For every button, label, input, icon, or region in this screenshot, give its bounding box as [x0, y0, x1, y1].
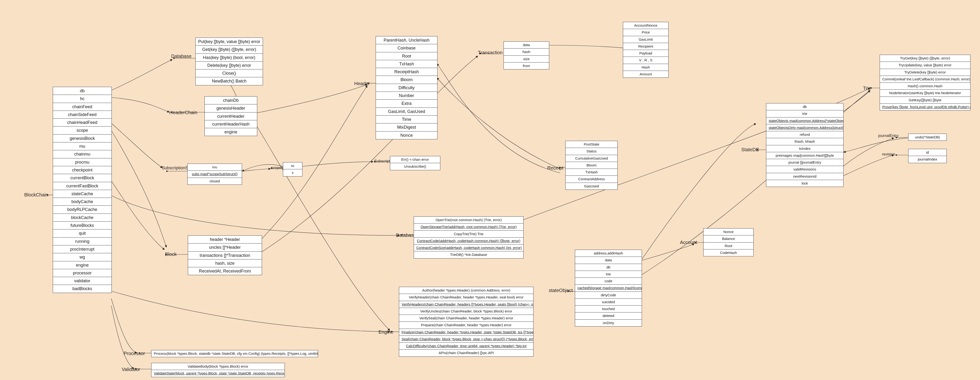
receipt-field: TxHash	[566, 169, 617, 176]
box-database-ethdb: Put(key []byte, value []byte) error Get(…	[196, 38, 263, 85]
transaction-field: size	[504, 56, 549, 62]
box-subscription: Err() <-chan error Unsubscribe()	[390, 156, 440, 170]
statedb-field: preimages map[common.Hash][]byte	[766, 152, 843, 159]
block-field: transactions []*Transaction	[188, 251, 262, 259]
blockchain-field: checkpoint	[53, 166, 111, 174]
header-field: MixDigest	[376, 123, 437, 131]
db2-method: TrieDB() *trie.Database	[414, 251, 523, 258]
trie-method: Prove(key []byte, fromLevel uint, proofD…	[880, 104, 970, 110]
block-field: ReceivedAt, ReceivedFrom	[188, 267, 262, 275]
trie-method: TryUpdate(key, value []byte) error	[880, 62, 970, 69]
database-method: NewBatch() Batch	[196, 77, 263, 85]
box-database-state: OpenTrie(root common.Hash) (Trie, error)…	[414, 216, 523, 259]
engine-method: VerifyUncles(chain ChainReader, block *t…	[399, 308, 533, 315]
label-validator: Validator	[122, 367, 140, 372]
statedb-field: trie	[766, 110, 843, 117]
box-txdata: AccountNonce Price GasLimit Recipient Pa…	[623, 22, 668, 78]
blockchain-field: stateCache	[53, 190, 111, 198]
statedb-field: thash, bhash	[766, 138, 843, 145]
statedb-field: lock	[766, 180, 843, 187]
database-method: Get(key []byte) ([]byte, error)	[196, 46, 263, 54]
database-method: Close()	[196, 70, 263, 77]
header-field: Difficulty	[376, 84, 437, 92]
db2-method: ContractCodeSize(addrHash, codeHash comm…	[414, 245, 523, 251]
statedb-field: nextRevisionId	[766, 173, 843, 180]
label-block: Block	[165, 251, 177, 257]
stateobject-field: touched	[575, 305, 642, 312]
header-field: ReceiptHash	[376, 68, 437, 76]
headerchain-field: currentHeader	[205, 113, 257, 120]
engine-method: Finalize(chain ChainReader, header *type…	[399, 329, 533, 336]
statedb-field: db	[766, 103, 843, 110]
statedb-field: stateObjects map[common.Address]*stateOb…	[766, 118, 843, 124]
blockchain-field: scope	[53, 127, 111, 134]
blockchain-field: chainHeadFeed	[53, 119, 111, 127]
stateobject-field: db	[575, 264, 642, 271]
box-header: ParentHash, UncleHash Coinbase Root TxHa…	[375, 36, 438, 139]
receipt-field: PostState	[566, 141, 617, 148]
blockchain-field: procInterrupt	[53, 245, 111, 253]
label-journalentry: journalEntry	[878, 134, 900, 138]
engine-method: VerifySeal(chain ChainReader, header *ty…	[399, 315, 533, 322]
box-blockchain: db hc chainFeed chainSideFeed chainHeadF…	[53, 87, 112, 293]
transaction-field: hash	[504, 49, 549, 56]
blockchain-field: futureBlocks	[53, 222, 111, 229]
blockchain-field: processor	[53, 269, 111, 277]
transaction-field: data	[504, 41, 549, 49]
receipt-field: CumulativeGasUsed	[566, 155, 617, 162]
txdata-field: Recipient	[623, 43, 668, 50]
block-field: hash, size	[188, 259, 262, 267]
database-method: Has(key []byte) (bool, error)	[196, 54, 263, 62]
processor-method: Process(block *types.Block, statedb *sta…	[151, 350, 318, 357]
stateobject-field: dirtyCode	[575, 292, 642, 299]
txdata-field: AccountNonce	[623, 22, 668, 29]
receipt-field: Status	[566, 148, 617, 155]
box-scopesub: sc s	[283, 162, 302, 176]
validator-method: ValidateBody(block *types.Block) error	[151, 363, 285, 370]
blockchain-field: bodyRLPCache	[53, 206, 111, 213]
blockchain-field: chainmu	[53, 150, 111, 158]
blockchain-field: validator	[53, 277, 111, 285]
box-statedb: db trie stateObjects map[common.Address]…	[766, 103, 843, 187]
header-field: Number	[376, 92, 437, 100]
revision-field: id	[908, 149, 947, 156]
label-account: Account	[680, 240, 697, 245]
engine-method: Seal(chain ChainReader, block *types.Blo…	[399, 336, 533, 343]
transaction-field: from	[504, 62, 549, 69]
trie-method: GetKey([]byte) []byte	[880, 97, 970, 104]
engine-method: Prepare(chain ChainReader, header *types…	[399, 322, 533, 329]
header-field: Bloom	[376, 76, 437, 84]
blockchain-field: procmu	[53, 158, 111, 166]
trie-method: TryDelete(key []byte) error	[880, 69, 970, 76]
blockchain-field: hc	[53, 95, 111, 103]
header-field: ParentHash, UncleHash	[376, 37, 437, 44]
headerchain-field: genesisHeader	[205, 104, 257, 112]
stateobject-field: trie	[575, 271, 642, 278]
header-field: TxHash	[376, 60, 437, 68]
stateobject-field: cachedStorage map[common.Hash]common.Has…	[575, 285, 642, 291]
engine-method: APIs(chain ChainReader) []rpc.API	[399, 350, 533, 356]
txdata-field: GasLimit	[623, 36, 668, 43]
headerchain-field: currentHeaderHash	[205, 120, 257, 128]
stateobject-field: code	[575, 278, 642, 285]
block-field: header *Header	[188, 236, 262, 243]
header-field: Time	[376, 116, 437, 123]
txdata-field: V , R , S	[623, 57, 668, 64]
box-stateobject: address,addrHash data db trie code cache…	[575, 250, 642, 326]
label-database-ethdb: Database	[171, 54, 188, 59]
label-stateobject: stateObject	[549, 288, 571, 293]
validator-method: ValidateState(block, parent *types.Block…	[151, 370, 285, 377]
statedb-field: validRevisions	[766, 166, 843, 173]
db2-method: ContractCode(addrHash, codeHash common.H…	[414, 238, 523, 245]
db2-method: CopyTrie(Trie) Trie	[414, 231, 523, 238]
blockchain-field: blockCache	[53, 214, 111, 222]
trie-method: TryGet(key []byte) ([]byte, error)	[880, 55, 970, 62]
headerchain-field: chainDb	[205, 97, 257, 104]
account-field: Root	[703, 243, 753, 250]
header-field: GasLimit, GasUsed	[376, 108, 437, 116]
engine-method: VerifyHeader(chain ChainReader, header *…	[399, 294, 533, 301]
txdata-field: Price	[623, 29, 668, 36]
subscope-field: closed	[188, 178, 242, 184]
statedb-field: stateObjectsDirty map[common.Address]str…	[766, 124, 843, 131]
blockchain-field: chainFeed	[53, 103, 111, 111]
